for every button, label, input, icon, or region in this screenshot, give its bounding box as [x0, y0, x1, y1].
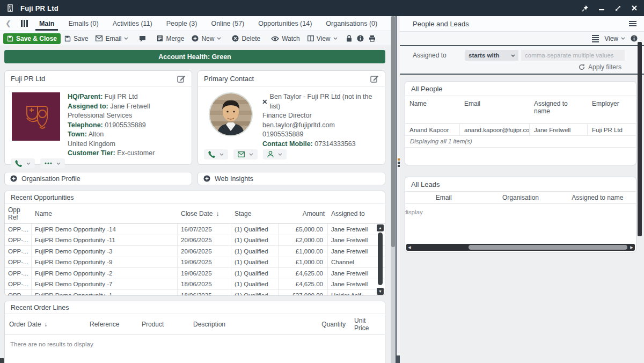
- plus-circle-icon: [192, 35, 199, 42]
- horizontal-scrollbar[interactable]: ◀ ▶: [406, 244, 635, 251]
- scroll-right-icon: ▶: [628, 245, 635, 250]
- organisation-details: HQ/Parent: Fuji PR Ltd Assigned to: Jane…: [68, 92, 155, 158]
- panel-view-button[interactable]: View: [603, 33, 626, 44]
- chevron-down-icon: [26, 162, 31, 165]
- scroll-up-icon: ▲: [377, 224, 384, 231]
- lock-icon[interactable]: [346, 35, 352, 42]
- close-icon[interactable]: [631, 5, 638, 11]
- tab-activities[interactable]: Activities (11): [106, 16, 159, 31]
- tabs-back-icon[interactable]: ❮: [0, 16, 17, 31]
- menu-icon[interactable]: [629, 21, 636, 26]
- right-pane-scrollbar[interactable]: [638, 42, 642, 236]
- table-row[interactable]: OPP-...FujiPR Demo Opportunity -118/06/2…: [5, 290, 385, 295]
- column-header[interactable]: Quantity: [269, 314, 350, 335]
- chevron-down-icon: [219, 153, 224, 156]
- scrollbar-thumb: [378, 233, 383, 285]
- opportunities-scrollbar[interactable]: ▲ ▼: [377, 224, 384, 295]
- table-row[interactable]: OPP-...FujiPR Demo Opportunity -1120/06/…: [5, 235, 385, 246]
- record-toolbar: Save & Close Save Email Merge: [0, 31, 396, 46]
- columns-icon: [308, 35, 314, 41]
- column-header[interactable]: Organisation: [482, 192, 559, 204]
- opportunities-header: Opp Ref Name Close Date↓ Stage Amount As…: [5, 204, 385, 224]
- column-header[interactable]: Opp Ref: [5, 204, 32, 223]
- people-leads-content: All People Name Email Assigned to name E…: [400, 75, 644, 363]
- left-pane-scrollbar[interactable]: [391, 16, 396, 363]
- recent-order-lines-title: Recent Order Lines: [11, 304, 69, 311]
- save-button[interactable]: Save: [61, 33, 92, 44]
- merge-button[interactable]: Merge: [153, 33, 188, 44]
- email-action-button[interactable]: [233, 149, 258, 159]
- print-icon[interactable]: [369, 35, 376, 42]
- column-header[interactable]: Email: [460, 96, 530, 124]
- column-header[interactable]: Assigned to: [328, 204, 385, 223]
- refresh-icon: [579, 64, 585, 70]
- info-icon[interactable]: [631, 35, 638, 42]
- scroll-left-icon: ◀: [406, 245, 413, 250]
- column-header[interactable]: Product: [137, 314, 189, 335]
- all-people-card: All People Name Email Assigned to name E…: [405, 81, 636, 165]
- phone-action-button[interactable]: [204, 149, 228, 159]
- phone-action-button[interactable]: [11, 158, 35, 169]
- tab-online[interactable]: Online (57): [204, 16, 251, 31]
- save-close-button[interactable]: Save & Close: [3, 33, 61, 44]
- tab-opportunities[interactable]: Opportunities (14): [251, 16, 319, 31]
- scrollbar-corner: [0, 358, 4, 363]
- edit-icon[interactable]: [177, 75, 186, 83]
- watch-button[interactable]: Watch: [267, 33, 304, 44]
- pane-splitter[interactable]: [396, 16, 400, 363]
- new-button[interactable]: New: [188, 33, 225, 44]
- organisation-profile-section[interactable]: Organisation Profile: [4, 172, 192, 185]
- column-header[interactable]: Email: [405, 192, 482, 204]
- comment-button[interactable]: [135, 34, 150, 43]
- results-count-text: Displaying all 1 item(s): [405, 136, 636, 148]
- account-health-banner[interactable]: Account Health: Green: [4, 50, 385, 63]
- column-header[interactable]: Name: [405, 96, 460, 124]
- column-header[interactable]: Assigned to name: [530, 96, 588, 124]
- column-header[interactable]: Amount: [279, 204, 328, 223]
- minimize-icon[interactable]: [598, 5, 605, 11]
- ellipsis-icon: [45, 162, 52, 164]
- column-header[interactable]: Employer: [588, 96, 636, 124]
- delete-button[interactable]: Delete: [228, 33, 264, 44]
- pin-icon[interactable]: [582, 5, 589, 12]
- column-header[interactable]: Reference: [85, 314, 137, 335]
- remove-contact-icon[interactable]: [262, 99, 267, 104]
- column-header[interactable]: Assigned to name: [559, 192, 636, 204]
- record-pane: ❮ Main Emails (0) Activities (11) People…: [0, 16, 396, 363]
- column-header[interactable]: Unit Price: [350, 314, 385, 335]
- table-row[interactable]: OPP-...FujiPR Demo Opportunity -718/06/2…: [5, 279, 385, 291]
- organisation-card: Fuji PR Ltd HQ/Parent: Fuji PR Ltd Assig…: [4, 70, 192, 165]
- person-icon: [267, 151, 274, 158]
- column-header[interactable]: Name: [32, 204, 178, 223]
- tab-emails[interactable]: Emails (0): [61, 16, 105, 31]
- table-row[interactable]: OPP-...FujiPR Demo Opportunity -1416/07/…: [5, 224, 385, 235]
- email-button[interactable]: Email: [92, 33, 132, 44]
- column-header[interactable]: Close Date↓: [178, 204, 231, 223]
- table-row[interactable]: OPP-...FujiPR Demo Opportunity -320/06/2…: [5, 246, 385, 257]
- apply-filters-button[interactable]: Apply filters: [413, 63, 638, 71]
- order-lines-header: Order Date↓ Reference Product Descriptio…: [5, 314, 385, 335]
- filter-operator-select[interactable]: starts with: [465, 50, 518, 61]
- tab-people[interactable]: People (3): [159, 16, 204, 31]
- table-row[interactable]: Anand Kapoor anand.kapoor@fujipr.com Jan…: [405, 124, 636, 136]
- info-icon[interactable]: [357, 35, 364, 42]
- web-insights-section[interactable]: Web Insights: [197, 172, 385, 185]
- filter-value-input[interactable]: [521, 50, 625, 61]
- maximize-icon[interactable]: [614, 5, 621, 12]
- column-header[interactable]: Stage: [231, 204, 279, 223]
- table-row[interactable]: OPP-...FujiPR Demo Opportunity -219/06/2…: [5, 268, 385, 279]
- column-header[interactable]: Order Date↓: [5, 314, 85, 335]
- filter-field-label: Assigned to: [413, 52, 465, 59]
- table-row[interactable]: OPP-...FujiPR Demo Opportunity -919/06/2…: [5, 257, 385, 268]
- all-leads-header: Email Organisation Assigned to name: [405, 192, 636, 204]
- view-button[interactable]: View: [304, 33, 341, 44]
- edit-icon[interactable]: [370, 75, 379, 83]
- column-header[interactable]: Description: [189, 314, 269, 335]
- tab-main[interactable]: Main: [32, 16, 61, 31]
- opportunities-body: OPP-...FujiPR Demo Opportunity -1416/07/…: [5, 224, 385, 295]
- envelope-icon: [96, 35, 103, 41]
- tab-list-icon[interactable]: [17, 16, 32, 31]
- tab-organisations[interactable]: Organisations (0): [319, 16, 384, 31]
- person-action-button[interactable]: [263, 149, 287, 159]
- more-actions-button[interactable]: [40, 158, 65, 169]
